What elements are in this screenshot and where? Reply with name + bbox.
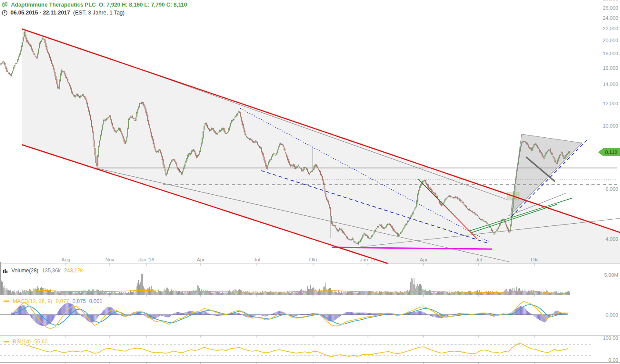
svg-text:Jul: Jul xyxy=(476,257,482,262)
svg-text:28,000: 28,000 xyxy=(603,0,618,1)
instrument-title[interactable]: Adaptimmune Therapeutics PLC xyxy=(11,2,96,8)
svg-text:12,000: 12,000 xyxy=(603,101,618,106)
svg-text:Apr: Apr xyxy=(420,257,428,262)
svg-text:14,000: 14,000 xyxy=(603,82,618,87)
svg-text:26,000: 26,000 xyxy=(603,5,618,11)
chart-svg: AugNovJan '16AprJulOktJan '17AprJulOkt28… xyxy=(0,0,620,364)
chart-canvas[interactable]: AugNovJan '16AprJulOktJan '17AprJulOkt28… xyxy=(0,0,620,364)
svg-text:Nov: Nov xyxy=(105,257,115,262)
svg-text:Jan '17: Jan '17 xyxy=(360,257,376,262)
date-range[interactable]: 06.05.2015 - 22.11.2017 xyxy=(11,10,70,16)
macd-line-icon xyxy=(4,300,9,303)
svg-text:Jan '16: Jan '16 xyxy=(138,257,155,262)
ohlc-values: O: 7,920 H: 8,160 L: 7,790 C: 8,110 xyxy=(99,2,187,8)
svg-text:0,000: 0,000 xyxy=(606,312,618,318)
rsi-line-icon xyxy=(4,340,9,343)
candlestick-icon xyxy=(2,2,8,8)
clock-icon xyxy=(2,10,7,16)
rsi-panel: 100,000,00 xyxy=(0,335,618,363)
timeframe-label: (EST, 3 Jahre, 1 Tag) xyxy=(73,10,125,16)
svg-text:Okt: Okt xyxy=(309,257,317,262)
chart-header: Adaptimmune Therapeutics PLC O: 7,920 H:… xyxy=(2,1,187,16)
svg-text:24,000: 24,000 xyxy=(603,15,618,21)
svg-text:Apr: Apr xyxy=(197,257,205,262)
svg-text:22,000: 22,000 xyxy=(603,26,618,31)
volume-panel-header: Volume(28) 135,36k 243,12k xyxy=(3,268,83,274)
macd-indicator-label[interactable]: MACD(12, 26, 9) xyxy=(13,298,52,304)
svg-text:0,00: 0,00 xyxy=(609,357,618,363)
volume-panel: 5,00M xyxy=(0,262,618,295)
trading-chart-app: AugNovJan '16AprJulOktJan '17AprJulOkt28… xyxy=(0,0,620,364)
rsi-value: 55,60 xyxy=(34,339,47,345)
volume-indicator-label[interactable]: Volume(28) xyxy=(11,268,38,274)
svg-text:Okt: Okt xyxy=(531,257,539,262)
volume-average-value: 243,12k xyxy=(64,268,83,274)
svg-text:16,000: 16,000 xyxy=(603,65,618,71)
svg-text:5,00M: 5,00M xyxy=(604,272,618,278)
svg-text:20,000: 20,000 xyxy=(603,38,618,43)
macd-panel-header: MACD(12, 26, 9) 0,077 0,075 0,001 xyxy=(4,298,102,304)
svg-text:10,000: 10,000 xyxy=(603,123,618,128)
volume-current-value: 135,36k xyxy=(42,268,61,274)
macd-signal-value: 0,075 xyxy=(72,298,86,304)
svg-text:8,110: 8,110 xyxy=(605,150,617,155)
svg-text:4,000: 4,000 xyxy=(606,236,618,242)
svg-text:6,000: 6,000 xyxy=(606,186,618,192)
macd-hist-value: 0,001 xyxy=(89,298,102,304)
svg-text:100,00: 100,00 xyxy=(603,335,618,341)
rsi-panel-header: RSI(14) 55,60 xyxy=(4,339,47,345)
macd-panel: 0,000 xyxy=(0,302,618,329)
svg-text:Aug: Aug xyxy=(61,257,70,262)
svg-text:18,000: 18,000 xyxy=(603,51,618,56)
volume-bars-icon xyxy=(3,268,8,273)
macd-value: 0,077 xyxy=(56,298,69,304)
rsi-indicator-label[interactable]: RSI(14) xyxy=(13,339,31,345)
svg-text:Jul: Jul xyxy=(254,257,260,262)
